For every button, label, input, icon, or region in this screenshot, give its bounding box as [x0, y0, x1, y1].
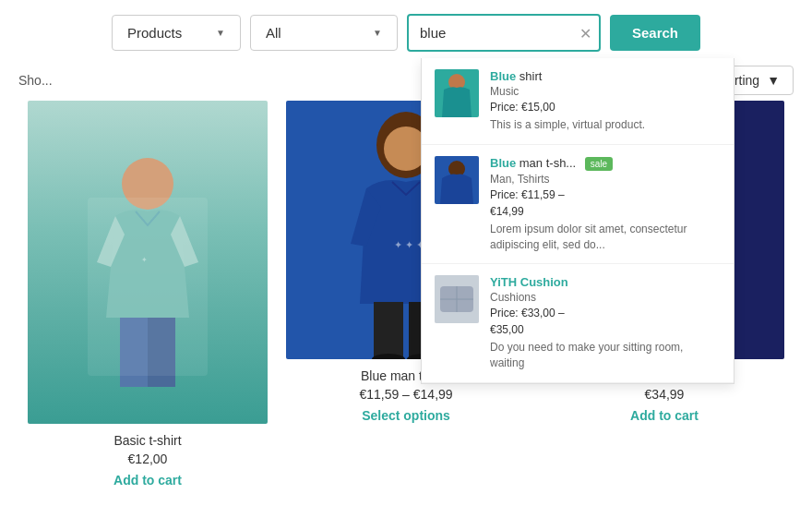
- products-chevron-icon: ▼: [216, 28, 225, 38]
- search-button-label: Search: [632, 25, 678, 41]
- product-image-basic-tshirt: ✦: [28, 101, 268, 424]
- svg-text:✦: ✦: [141, 256, 148, 264]
- search-input[interactable]: [407, 14, 601, 52]
- product-price-blue-man-tshirt: €11,59 – €14,99: [286, 387, 526, 402]
- search-result-img-blue-shirt: [435, 69, 479, 117]
- add-to-cart-cherokee-tshirt[interactable]: Add to cart: [630, 408, 699, 423]
- search-result-title-cushion: YiTH Cushion: [490, 275, 721, 289]
- search-highlight-cushion: YiTH Cushion: [490, 275, 568, 289]
- search-result-img-blue-man: [435, 156, 479, 204]
- search-result-img-cushion: [435, 275, 479, 323]
- search-result-info-cushion: YiTH Cushion Cushions Price: €33,00 – €3…: [490, 275, 721, 371]
- svg-rect-2: [148, 318, 175, 387]
- product-card-basic-tshirt: ✦ Basic t-shirt €12,00 Add to cart: [18, 101, 277, 424]
- search-result-title-blue-man: Blue man t-sh... sale: [490, 156, 721, 171]
- search-result-cat-blue-shirt: Music: [490, 85, 721, 98]
- showing-text: Sho...: [18, 73, 53, 88]
- search-result-cushion[interactable]: YiTH Cushion Cushions Price: €33,00 – €3…: [422, 264, 734, 383]
- svg-rect-7: [374, 302, 403, 357]
- search-result-title-blue-shirt: Blue shirt: [490, 69, 721, 83]
- add-to-cart-basic-tshirt[interactable]: Add to cart: [113, 473, 182, 488]
- search-button[interactable]: Search: [610, 15, 700, 51]
- product-price-basic-tshirt: €12,00: [28, 452, 268, 466]
- search-result-info-blue-man: Blue man t-sh... sale Man, Tshirts Price…: [490, 156, 721, 253]
- search-highlight-blue-shirt: Blue: [490, 69, 516, 83]
- svg-rect-1: [120, 318, 148, 387]
- all-dropdown[interactable]: All ▼: [250, 15, 398, 51]
- search-clear-button[interactable]: ✕: [579, 24, 591, 42]
- search-result-price2-blue-man: €14,99: [490, 205, 721, 218]
- product-price-cherokee-tshirt: €34,99: [544, 387, 784, 402]
- all-chevron-icon: ▼: [373, 28, 382, 38]
- search-result-blue-man-tshirt[interactable]: Blue man t-sh... sale Man, Tshirts Price…: [422, 145, 734, 265]
- search-result-cat-cushion: Cushions: [490, 291, 721, 304]
- search-result-desc-blue-shirt: This is a simple, virtual product.: [490, 117, 721, 133]
- search-result-price2-cushion: €35,00: [490, 323, 721, 336]
- toolbar: Products ▼ All ▼ ✕ Search: [0, 0, 812, 66]
- search-result-price-blue-man: Price: €11,59 –: [490, 188, 721, 201]
- search-result-info-blue-shirt: Blue shirt Music Price: €15,00 This is a…: [490, 69, 721, 133]
- all-label: All: [266, 25, 281, 41]
- sale-badge-search: sale: [585, 157, 613, 171]
- search-result-blue-shirt[interactable]: Blue shirt Music Price: €15,00 This is a…: [422, 58, 734, 145]
- search-result-cat-blue-man: Man, Tshirts: [490, 173, 721, 186]
- sorting-chevron-icon: ▼: [767, 73, 780, 88]
- search-highlight-blue-man: Blue: [490, 156, 516, 170]
- search-result-price-cushion: Price: €33,00 –: [490, 307, 721, 319]
- product-name-basic-tshirt: Basic t-shirt: [28, 433, 268, 448]
- svg-point-0: [122, 158, 173, 210]
- search-results-dropdown: Blue shirt Music Price: €15,00 This is a…: [421, 58, 734, 384]
- select-options-blue-man-tshirt[interactable]: Select options: [362, 408, 450, 423]
- search-result-price-blue-shirt: Price: €15,00: [490, 101, 721, 114]
- search-result-desc-cushion: Do you need to make your sitting room, w…: [490, 340, 721, 371]
- products-label: Products: [127, 25, 182, 41]
- products-dropdown[interactable]: Products ▼: [112, 15, 241, 51]
- search-wrapper: ✕: [407, 14, 601, 52]
- search-result-desc-blue-man: Lorem ipsum dolor sit amet, consectetur …: [490, 222, 721, 253]
